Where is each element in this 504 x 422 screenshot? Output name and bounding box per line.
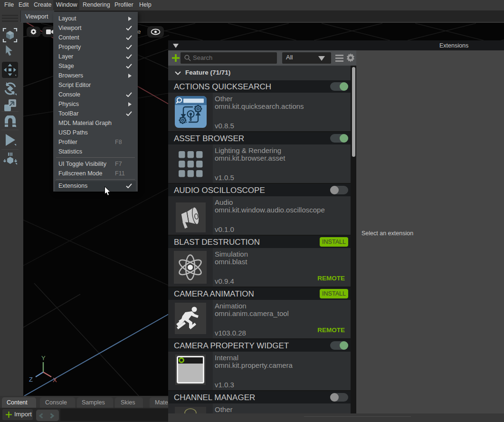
svg-text:Y: Y (41, 355, 46, 362)
svg-text:X: X (53, 376, 57, 384)
svg-text:Z: Z (29, 376, 33, 383)
